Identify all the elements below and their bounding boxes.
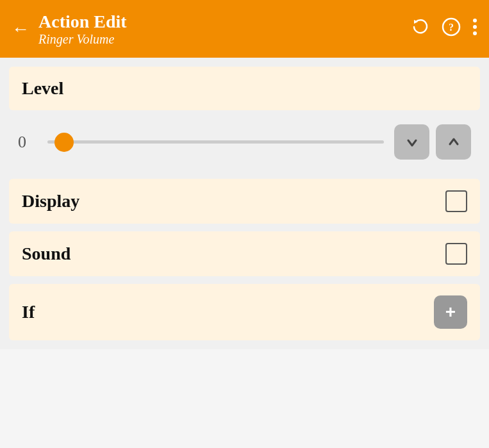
page-title: Action Edit	[38, 12, 127, 32]
header-left: ← Action Edit Ringer Volume	[12, 12, 127, 47]
main-content: Level 0 Display Sound	[0, 58, 489, 349]
reset-icon[interactable]	[411, 17, 430, 41]
add-button[interactable]: +	[434, 295, 467, 329]
header-actions: ?	[411, 17, 477, 41]
level-label: Level	[22, 78, 63, 99]
increase-button[interactable]	[436, 124, 471, 160]
if-label: If	[22, 302, 35, 322]
svg-point-5	[473, 31, 477, 35]
svg-point-4	[473, 25, 477, 29]
display-checkbox[interactable]	[445, 190, 467, 212]
display-label: Display	[22, 191, 79, 212]
display-section: Display	[9, 179, 480, 224]
slider-buttons	[394, 124, 471, 160]
back-button[interactable]: ←	[12, 20, 29, 38]
slider-container[interactable]	[47, 129, 384, 155]
slider-value: 0	[18, 133, 37, 152]
sound-section: Sound	[9, 231, 480, 276]
slider-section: 0	[9, 118, 480, 171]
if-section: If +	[9, 284, 480, 340]
sound-label: Sound	[22, 244, 70, 264]
slider-thumb[interactable]	[54, 133, 74, 152]
svg-point-3	[473, 19, 477, 22]
sound-checkbox[interactable]	[445, 243, 467, 265]
slider-track	[47, 140, 384, 144]
level-section: Level	[9, 67, 480, 110]
decrease-button[interactable]	[394, 124, 429, 160]
header: ← Action Edit Ringer Volume ?	[0, 0, 489, 58]
header-titles: Action Edit Ringer Volume	[38, 12, 127, 47]
svg-text:?: ?	[449, 22, 454, 33]
page-subtitle: Ringer Volume	[38, 32, 127, 47]
more-icon[interactable]	[472, 17, 477, 41]
add-icon: +	[445, 302, 456, 322]
help-icon[interactable]: ?	[442, 17, 461, 41]
